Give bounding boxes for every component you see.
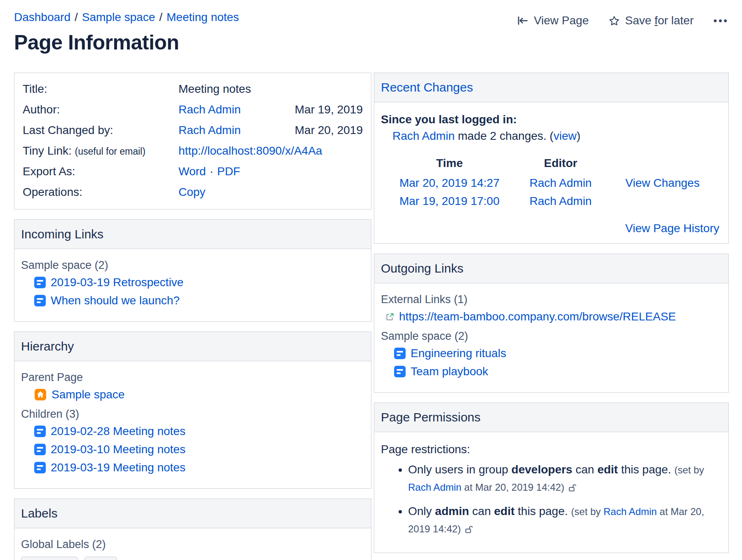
restriction-item: Only admin can edit this page. (set by R… (408, 500, 722, 542)
parent-page-list: Sample space (34, 386, 364, 404)
page-restrictions-label: Page restrictions: (381, 443, 722, 456)
change-editor-link[interactable]: Rach Admin (529, 195, 592, 207)
label-chip-staff[interactable]: staff (85, 557, 117, 560)
external-link-icon (386, 313, 394, 321)
export-word-link[interactable]: Word (178, 165, 206, 178)
outgoing-link[interactable]: Team playbook (411, 365, 488, 378)
back-arrow-icon (517, 14, 529, 27)
table-row: Mar 20, 2019 14:27 Rach Admin View Chang… (388, 174, 715, 192)
outgoing-links-header: Outgoing Links (374, 254, 728, 283)
view-changes-link[interactable]: View Changes (625, 176, 700, 189)
since-last-login-label: Since you last logged in: (381, 113, 722, 126)
view-page-history-link[interactable]: View Page History (625, 222, 719, 235)
last-changed-value: Rach Admin (178, 124, 286, 137)
restriction-set-by-link[interactable]: Rach Admin (408, 482, 461, 493)
recent-changes-panel: Recent Changes Since you last logged in:… (374, 73, 729, 244)
editor-column-header: Editor (511, 156, 610, 174)
list-item: Sample space (34, 386, 364, 404)
list-item: Team playbook (394, 362, 722, 381)
label-chips: dev-team staff (21, 557, 364, 560)
info-row-title: Title: Meeting notes (23, 79, 363, 99)
page-icon (34, 462, 46, 473)
page-icon (394, 348, 406, 359)
breadcrumb-sample-space[interactable]: Sample space (82, 11, 155, 24)
info-row-operations: Operations: Copy (23, 182, 363, 202)
change-editor-link[interactable]: Rach Admin (529, 176, 592, 189)
children-label: Children (3) (21, 408, 364, 421)
left-column: Title: Meeting notes Author: Rach Admin … (14, 73, 371, 560)
outgoing-links-body: External Links (1) https://team-bamboo.c… (374, 283, 728, 392)
view-page-button[interactable]: View Page (517, 14, 589, 27)
page-icon (34, 444, 46, 455)
export-pdf-link[interactable]: PDF (217, 165, 240, 178)
label-chip-dev-team[interactable]: dev-team (21, 557, 78, 560)
breadcrumb-separator: / (75, 11, 78, 24)
last-changed-by-link[interactable]: Rach Admin (178, 124, 241, 136)
more-menu-button[interactable]: ••• (714, 15, 729, 26)
author-label: Author: (23, 103, 178, 116)
info-row-tiny-link: Tiny Link: (useful for email) http://loc… (23, 141, 363, 161)
recent-changes-link[interactable]: Recent Changes (381, 80, 473, 94)
info-row-last-changed: Last Changed by: Rach Admin Mar 20, 2019 (23, 120, 363, 141)
outgoing-link[interactable]: Engineering rituals (411, 347, 506, 360)
incoming-links-list: 2019-03-19 Retrospective When should we … (34, 273, 364, 310)
tiny-link[interactable]: http://localhost:8090/x/A4Aa (178, 144, 322, 157)
child-page-link[interactable]: 2019-03-19 Meeting notes (51, 461, 186, 474)
hierarchy-panel: Hierarchy Parent Page Sample space Child… (14, 332, 371, 489)
page-permissions-panel: Page Permissions Page restrictions: Only… (374, 402, 729, 553)
breadcrumb-dashboard[interactable]: Dashboard (14, 11, 70, 24)
incoming-links-body: Sample space (2) 2019-03-19 Retrospectiv… (14, 249, 371, 321)
content-columns: Title: Meeting notes Author: Rach Admin … (14, 73, 729, 560)
page-information-view: Dashboard/Sample space/Meeting notes Pag… (0, 0, 742, 560)
list-item: https://team-bamboo.company.com/browse/R… (386, 308, 722, 326)
copy-operation-link[interactable]: Copy (178, 186, 205, 198)
export-separator: · (209, 165, 213, 178)
child-page-link[interactable]: 2019-03-10 Meeting notes (51, 443, 186, 456)
change-time-link[interactable]: Mar 20, 2019 14:27 (399, 176, 500, 189)
change-author-link[interactable]: Rach Admin (392, 129, 455, 142)
change-time-link[interactable]: Mar 19, 2019 17:00 (399, 195, 500, 207)
title-block: Dashboard/Sample space/Meeting notes Pag… (14, 10, 239, 54)
recent-changes-body: Since you last logged in: Rach Admin mad… (374, 102, 728, 243)
top-bar: Dashboard/Sample space/Meeting notes Pag… (14, 10, 729, 54)
page-icon (34, 295, 46, 306)
restriction-item: Only users in group developers can edit … (408, 459, 722, 500)
children-list: 2019-02-28 Meeting notes 2019-03-10 Meet… (34, 422, 364, 477)
list-item: Engineering rituals (394, 344, 722, 362)
operations-value: Copy (178, 186, 363, 199)
info-row-author: Author: Rach Admin Mar 19, 2019 (23, 99, 363, 120)
list-item: 2019-03-19 Meeting notes (34, 459, 364, 477)
incoming-link[interactable]: When should we launch? (51, 294, 180, 307)
list-item: 2019-03-19 Retrospective (34, 273, 364, 292)
incoming-link[interactable]: 2019-03-19 Retrospective (51, 276, 183, 289)
save-for-later-button[interactable]: Save for later (608, 14, 694, 27)
hierarchy-header: Hierarchy (14, 332, 371, 361)
tiny-link-label: Tiny Link: (useful for email) (23, 144, 178, 158)
tiny-link-hint: (useful for email) (75, 146, 146, 157)
page-icon (394, 366, 406, 377)
view-inline-link[interactable]: view (554, 129, 577, 142)
labels-panel: Labels Global Labels (2) dev-team staff (14, 499, 371, 560)
tiny-link-value: http://localhost:8090/x/A4Aa (178, 144, 363, 158)
page-permissions-header: Page Permissions (374, 403, 728, 432)
external-links-list: https://team-bamboo.company.com/browse/R… (386, 308, 722, 326)
breadcrumb-meeting-notes[interactable]: Meeting notes (167, 11, 239, 24)
view-page-history-row: View Page History (381, 222, 722, 235)
author-link[interactable]: Rach Admin (178, 103, 241, 116)
unlock-icon (568, 480, 578, 498)
time-column-header: Time (388, 156, 512, 174)
list-item: 2019-03-10 Meeting notes (34, 440, 364, 459)
outgoing-links-panel: Outgoing Links External Links (1) https:… (374, 254, 729, 393)
restriction-set-by-link[interactable]: Rach Admin (603, 506, 657, 517)
incoming-links-panel: Incoming Links Sample space (2) 2019-03-… (14, 219, 371, 322)
star-icon (608, 15, 620, 26)
title-value: Meeting notes (178, 82, 363, 96)
child-page-link[interactable]: 2019-02-28 Meeting notes (51, 425, 186, 438)
parent-page-link[interactable]: Sample space (52, 388, 124, 401)
recent-changes-header: Recent Changes (374, 73, 728, 102)
restrictions-list: Only users in group developers can edit … (381, 459, 722, 542)
export-as-label: Export As: (23, 165, 178, 178)
list-item: When should we launch? (34, 292, 364, 310)
external-link[interactable]: https://team-bamboo.company.com/browse/R… (399, 310, 676, 323)
save-for-later-label: Save for later (625, 14, 694, 27)
